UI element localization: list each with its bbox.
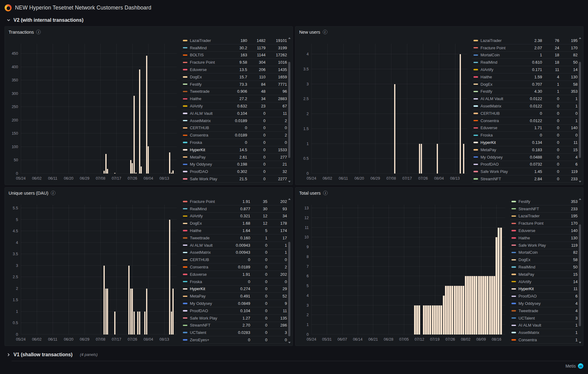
legend-row[interactable]: Froska000 (472, 132, 578, 139)
legend-row[interactable]: RealMind30.211793199 (182, 44, 287, 52)
legend-row[interactable]: Eduverse1.910202 (182, 271, 287, 278)
legend-scrollbar[interactable] (579, 198, 581, 344)
legend-scrollbar[interactable] (579, 37, 581, 183)
legend-row[interactable]: HyperKit0.274029 (182, 286, 287, 293)
legend-row[interactable]: Fracture Point170 (510, 220, 578, 227)
legend-row[interactable]: ZeroEyes+000 (182, 336, 287, 344)
legend-row[interactable]: AI ALM Vault1 (510, 322, 578, 329)
legend-row[interactable]: My Oddysey0.048804 (472, 154, 578, 161)
legend-row[interactable]: AssetMatrix0.012201 (472, 103, 578, 110)
panel-title[interactable]: New users (299, 30, 320, 35)
legend-row[interactable]: HyperKit14.501533 (182, 146, 287, 154)
legend-row[interactable]: Haithe130 (510, 234, 578, 242)
scroll-up-icon[interactable] (579, 198, 581, 200)
info-icon[interactable]: i (51, 191, 55, 195)
scroll-up-icon[interactable] (288, 37, 291, 39)
legend-row[interactable]: LazaiTrader195 (510, 213, 578, 220)
legend-row[interactable]: Eduverse1.710140 (472, 125, 578, 132)
legend-row[interactable]: ProofDAO0.104011 (182, 307, 287, 315)
legend-row[interactable]: Festify73.3847771 (182, 81, 287, 88)
scrollbar-thumb[interactable] (579, 224, 581, 326)
legend-row[interactable]: LazaiTrader180148219101 (182, 37, 287, 44)
legend-row[interactable]: UCTalent3 (510, 315, 578, 322)
info-icon[interactable]: i (323, 30, 327, 34)
legend-scrollbar[interactable] (288, 198, 291, 344)
panel-title[interactable]: Unique users (DAU) (9, 191, 48, 196)
legend-row[interactable]: Eduverse140 (510, 227, 578, 234)
scrollbar-thumb[interactable] (288, 242, 290, 336)
legend-row[interactable]: Eduverse13.52061435 (182, 66, 287, 73)
legend-row[interactable]: Tweettrade4 (510, 307, 578, 315)
legend-row[interactable]: AssetMatrix1 (510, 329, 578, 336)
scroll-down-icon[interactable] (288, 342, 291, 343)
legend-row[interactable]: DogEx15.71101659 (182, 73, 287, 81)
legend-row[interactable]: LazaiTrader2.3876195 (472, 37, 578, 44)
legend-row[interactable]: Safe Work Play1.450119 (472, 168, 578, 175)
legend-row[interactable]: AssetMatrix0.018902 (182, 117, 287, 125)
legend-row[interactable]: HyperKit11 (510, 286, 578, 293)
legend-row[interactable]: Consentra0.018902 (182, 132, 287, 139)
legend-row[interactable]: Festify4.301353 (472, 88, 578, 95)
legend-row[interactable]: AI ALM Vault0.0094301 (182, 242, 287, 249)
scroll-down-icon[interactable] (579, 342, 581, 343)
legend-row[interactable]: AI ALM Vault0.104011 (182, 110, 287, 117)
info-icon[interactable]: i (36, 30, 41, 34)
legend-row[interactable]: DogEx0.707158 (472, 81, 578, 88)
legend-row[interactable]: HyperKit0.134011 (472, 139, 578, 146)
legend-row[interactable]: Consentra1 (510, 336, 578, 344)
legend-row[interactable]: Tweettrade0.160117 (182, 234, 287, 242)
legend-scrollbar[interactable] (288, 37, 291, 183)
legend-row[interactable]: Haithe27.2342883 (182, 95, 287, 103)
legend-row[interactable]: Fracture Point1.9135202 (182, 198, 287, 205)
legend-row[interactable]: BOLTIS163114417262 (182, 52, 287, 59)
legend-row[interactable]: StreamNFT2.700286 (182, 322, 287, 329)
scroll-down-icon[interactable] (288, 181, 291, 182)
legend-row[interactable]: MetaPay0.491052 (182, 293, 287, 300)
legend-row[interactable]: AssetMatrix0.0094301 (182, 249, 287, 256)
scroll-down-icon[interactable] (579, 181, 581, 182)
legend-row[interactable]: MetaPay0.183015 (472, 146, 578, 154)
legend-row[interactable]: Fracture Point2.0724170 (472, 44, 578, 52)
legend-row[interactable]: RealMind50 (510, 264, 578, 271)
legend-row[interactable]: Safe Work Play119 (510, 242, 578, 249)
legend-row[interactable]: DogEx1.6812178 (182, 220, 287, 227)
legend-row[interactable]: DogEx58 (510, 256, 578, 264)
legend-row[interactable]: MortalCoin11882 (472, 52, 578, 59)
legend-row[interactable]: Froska000 (182, 278, 287, 286)
legend-row[interactable]: RealMind0.6101850 (472, 59, 578, 66)
legend-row[interactable]: ProofDAO6 (510, 293, 578, 300)
legend-row[interactable]: ProofDAO0.073206 (472, 161, 578, 168)
panel-title[interactable]: Transactions (9, 30, 34, 35)
legend-row[interactable]: AIArtify0.3211234 (182, 213, 287, 220)
section-header-v1[interactable]: V1 (shallow transactions) (4 panels) (0, 349, 588, 360)
legend-row[interactable]: MortalCoin82 (510, 249, 578, 256)
legend-row[interactable]: Consentra0.018902 (182, 264, 287, 271)
legend-row[interactable]: Safe Work Play1.270135 (182, 315, 287, 322)
legend-row[interactable]: Consentra0.012201 (472, 117, 578, 125)
scroll-up-icon[interactable] (579, 37, 581, 39)
panel-title[interactable]: Total users (299, 191, 321, 196)
legend-row[interactable]: Haithe1.594130 (472, 73, 578, 81)
legend-row[interactable]: My Oddysey0.198021 (182, 161, 287, 168)
legend-row[interactable]: StreamNFT2.840233 (472, 175, 578, 183)
legend-row[interactable]: MetaPay2.610277 (182, 154, 287, 161)
legend-row[interactable]: AIArtify0.6322367 (182, 103, 287, 110)
legend-row[interactable]: Safe Work Play21.502277 (182, 175, 287, 183)
legend-row[interactable]: My Oddysey0.084909 (182, 300, 287, 307)
legend-row[interactable]: CERTHUB000 (182, 256, 287, 264)
legend-row[interactable]: My Oddysey4 (510, 300, 578, 307)
legend-row[interactable]: AIArtify0.1711114 (472, 66, 578, 73)
legend-row[interactable]: UCTalent0.028303 (182, 329, 287, 336)
legend-row[interactable]: Festify353 (510, 198, 578, 205)
legend-row[interactable]: CERTHUB000 (472, 110, 578, 117)
legend-row[interactable]: Fracture Point9.583041016 (182, 59, 287, 66)
legend-row[interactable]: Tweettrade0.9064896 (182, 88, 287, 95)
legend-row[interactable]: StreamNFT233 (510, 205, 578, 213)
legend-row[interactable]: CERTHUB000 (182, 125, 287, 132)
scroll-up-icon[interactable] (288, 198, 291, 200)
info-icon[interactable]: i (323, 191, 328, 195)
legend-row[interactable]: MetaPay15 (510, 271, 578, 278)
legend-row[interactable]: Froska000 (182, 139, 287, 146)
section-header-v2[interactable]: V2 (with internal transactions) (0, 14, 588, 26)
scrollbar-thumb[interactable] (288, 62, 290, 158)
